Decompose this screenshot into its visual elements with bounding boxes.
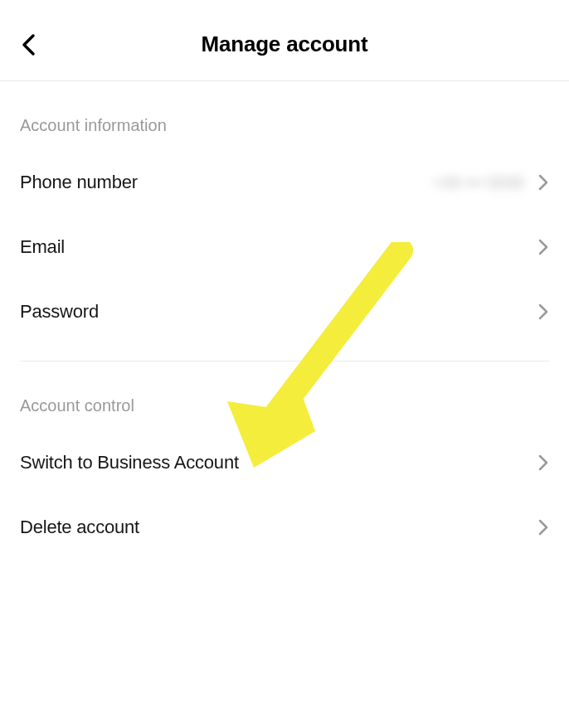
back-button[interactable] bbox=[20, 32, 38, 57]
email-right bbox=[537, 238, 549, 256]
switch-business-right bbox=[537, 454, 549, 472]
page-title: Manage account bbox=[202, 32, 368, 57]
email-row[interactable]: Email bbox=[20, 215, 549, 279]
content: Account information Phone number +49 •••… bbox=[0, 81, 569, 560]
account-information-header: Account information bbox=[20, 81, 549, 150]
phone-number-label: Phone number bbox=[20, 172, 138, 193]
chevron-right-icon bbox=[537, 173, 549, 192]
password-right bbox=[537, 303, 549, 321]
switch-business-account-row[interactable]: Switch to Business Account bbox=[20, 430, 549, 495]
delete-account-row[interactable]: Delete account bbox=[20, 495, 549, 560]
delete-account-label: Delete account bbox=[20, 517, 139, 538]
password-row[interactable]: Password bbox=[20, 279, 549, 344]
account-control-header: Account control bbox=[20, 362, 549, 430]
email-label: Email bbox=[20, 236, 65, 258]
chevron-right-icon bbox=[537, 238, 549, 256]
chevron-right-icon bbox=[537, 454, 549, 472]
switch-business-label: Switch to Business Account bbox=[20, 452, 239, 473]
delete-account-right bbox=[537, 518, 549, 536]
chevron-right-icon bbox=[537, 518, 549, 536]
header: Manage account bbox=[0, 0, 569, 81]
password-label: Password bbox=[20, 301, 99, 323]
phone-number-row[interactable]: Phone number +49 ••• 5836 bbox=[20, 150, 549, 215]
phone-number-value: +49 ••• 5836 bbox=[432, 173, 524, 192]
chevron-left-icon bbox=[20, 32, 38, 57]
phone-number-right: +49 ••• 5836 bbox=[432, 173, 549, 192]
chevron-right-icon bbox=[537, 303, 549, 321]
